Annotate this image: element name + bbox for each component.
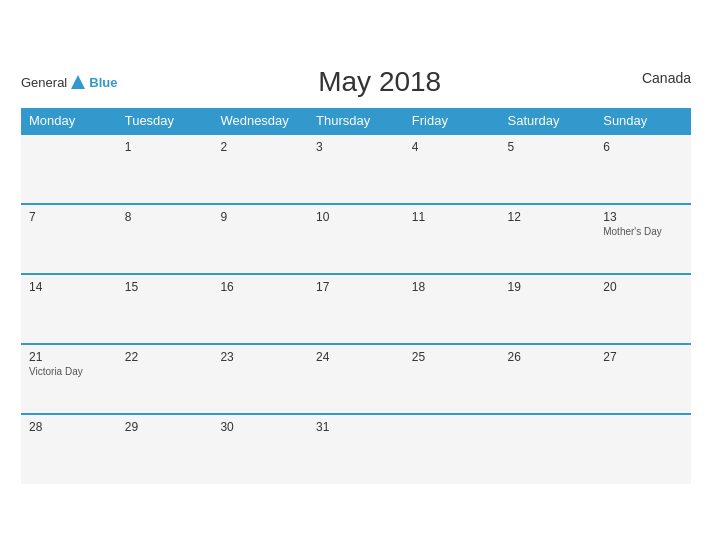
day-number: 19 <box>508 280 588 294</box>
day-number: 3 <box>316 140 396 154</box>
day-cell: 11 <box>404 204 500 274</box>
day-header-saturday: Saturday <box>500 108 596 134</box>
calendar-title: May 2018 <box>117 66 642 98</box>
day-cell: 13Mother's Day <box>595 204 691 274</box>
day-cell: 27 <box>595 344 691 414</box>
day-number: 8 <box>125 210 205 224</box>
day-cell: 28 <box>21 414 117 484</box>
day-number: 30 <box>220 420 300 434</box>
day-cell: 19 <box>500 274 596 344</box>
day-number: 16 <box>220 280 300 294</box>
calendar-header: General Blue May 2018 Canada <box>21 66 691 98</box>
day-cell: 18 <box>404 274 500 344</box>
day-cell: 8 <box>117 204 213 274</box>
day-number: 31 <box>316 420 396 434</box>
day-cell: 23 <box>212 344 308 414</box>
calendar-wrapper: General Blue May 2018 Canada MondayTuesd… <box>11 56 701 494</box>
day-number: 6 <box>603 140 683 154</box>
day-number: 5 <box>508 140 588 154</box>
day-cell <box>500 414 596 484</box>
day-number: 13 <box>603 210 683 224</box>
day-number: 12 <box>508 210 588 224</box>
svg-marker-0 <box>71 75 85 89</box>
day-number: 18 <box>412 280 492 294</box>
day-header-friday: Friday <box>404 108 500 134</box>
day-header-wednesday: Wednesday <box>212 108 308 134</box>
day-number: 29 <box>125 420 205 434</box>
day-number: 11 <box>412 210 492 224</box>
day-cell: 30 <box>212 414 308 484</box>
day-cell: 6 <box>595 134 691 204</box>
day-cell: 21Victoria Day <box>21 344 117 414</box>
day-cell <box>21 134 117 204</box>
day-number: 2 <box>220 140 300 154</box>
day-cell: 10 <box>308 204 404 274</box>
day-cell: 26 <box>500 344 596 414</box>
day-cell: 15 <box>117 274 213 344</box>
day-cell: 2 <box>212 134 308 204</box>
day-cell <box>595 414 691 484</box>
day-number: 28 <box>29 420 109 434</box>
day-cell: 31 <box>308 414 404 484</box>
day-number: 14 <box>29 280 109 294</box>
event-label: Mother's Day <box>603 226 683 237</box>
day-cell: 12 <box>500 204 596 274</box>
day-cell: 29 <box>117 414 213 484</box>
week-row-5: 28293031 <box>21 414 691 484</box>
day-header-thursday: Thursday <box>308 108 404 134</box>
day-cell: 17 <box>308 274 404 344</box>
day-cell: 7 <box>21 204 117 274</box>
day-number: 27 <box>603 350 683 364</box>
week-row-1: 123456 <box>21 134 691 204</box>
day-header-sunday: Sunday <box>595 108 691 134</box>
days-header-row: MondayTuesdayWednesdayThursdayFridaySatu… <box>21 108 691 134</box>
day-header-tuesday: Tuesday <box>117 108 213 134</box>
day-number: 26 <box>508 350 588 364</box>
day-cell: 20 <box>595 274 691 344</box>
day-number: 7 <box>29 210 109 224</box>
day-cell: 24 <box>308 344 404 414</box>
event-label: Victoria Day <box>29 366 109 377</box>
country-label: Canada <box>642 70 691 86</box>
day-cell: 16 <box>212 274 308 344</box>
day-number: 25 <box>412 350 492 364</box>
day-cell: 4 <box>404 134 500 204</box>
day-number: 1 <box>125 140 205 154</box>
day-cell: 25 <box>404 344 500 414</box>
day-number: 21 <box>29 350 109 364</box>
day-number: 9 <box>220 210 300 224</box>
day-number: 20 <box>603 280 683 294</box>
day-cell: 5 <box>500 134 596 204</box>
day-number: 24 <box>316 350 396 364</box>
day-cell: 1 <box>117 134 213 204</box>
week-row-2: 78910111213Mother's Day <box>21 204 691 274</box>
day-cell: 9 <box>212 204 308 274</box>
calendar-table: MondayTuesdayWednesdayThursdayFridaySatu… <box>21 108 691 484</box>
week-row-3: 14151617181920 <box>21 274 691 344</box>
day-number: 4 <box>412 140 492 154</box>
day-header-monday: Monday <box>21 108 117 134</box>
week-row-4: 21Victoria Day222324252627 <box>21 344 691 414</box>
logo: General Blue <box>21 73 117 91</box>
day-number: 17 <box>316 280 396 294</box>
day-cell: 22 <box>117 344 213 414</box>
day-cell: 3 <box>308 134 404 204</box>
day-cell: 14 <box>21 274 117 344</box>
day-number: 10 <box>316 210 396 224</box>
day-number: 15 <box>125 280 205 294</box>
day-number: 22 <box>125 350 205 364</box>
logo-icon <box>69 73 87 91</box>
day-cell <box>404 414 500 484</box>
day-number: 23 <box>220 350 300 364</box>
logo-general-text: General <box>21 75 67 90</box>
logo-blue-text: Blue <box>89 75 117 90</box>
